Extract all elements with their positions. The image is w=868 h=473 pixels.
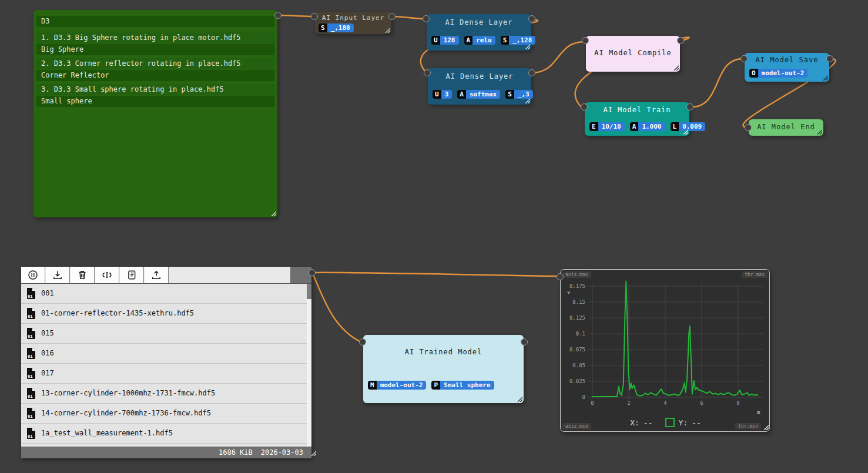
node-title: AI Model Train <box>585 106 689 114</box>
delete-button[interactable] <box>71 267 95 283</box>
binary-file-icon: 01 <box>26 287 36 300</box>
selected-file-size: 1686 KiB <box>219 448 253 457</box>
resize-handle-icon[interactable] <box>673 65 679 71</box>
dataset-file-2[interactable]: 2. D3.3 Corner reflector rotating in pla… <box>36 58 274 69</box>
output-port[interactable] <box>521 338 528 345</box>
chart-legend: X: -- Y: -- <box>561 418 770 427</box>
scrollbar-thumb[interactable] <box>307 299 311 447</box>
output-port[interactable] <box>677 37 684 44</box>
wire-train-to-save <box>692 59 743 107</box>
svg-text:01: 01 <box>28 294 32 299</box>
legend-x-value: -- <box>644 418 653 427</box>
input-port[interactable] <box>359 338 366 345</box>
file-row[interactable]: 01015 <box>21 324 311 344</box>
y-axis-unit-label: v <box>567 289 570 295</box>
shape-badge: S_,128 <box>501 36 536 45</box>
file-row[interactable]: 0101-corner-reflector-1435-xethru.hdf5 <box>21 304 311 324</box>
binary-file-icon: 01 <box>26 407 36 420</box>
file-list-scrollbar[interactable] <box>307 284 311 447</box>
input-port[interactable] <box>745 124 752 131</box>
output-port[interactable] <box>686 103 693 110</box>
upload-button[interactable] <box>145 267 169 283</box>
resize-handle-icon[interactable] <box>524 98 530 103</box>
dataset-label-2: Corner Reflector <box>36 70 274 81</box>
metadata-button[interactable] <box>120 267 144 283</box>
resize-handle-icon[interactable] <box>517 396 522 402</box>
resize-handle-icon[interactable] <box>682 129 688 135</box>
node-title: AI Model Compile <box>586 36 680 70</box>
download-button[interactable] <box>46 267 70 283</box>
output-port[interactable] <box>388 13 396 20</box>
file-row[interactable]: 01016 <box>21 344 311 364</box>
output-port[interactable] <box>826 55 833 62</box>
resize-handle-icon[interactable] <box>524 43 530 49</box>
dataset-file-3[interactable]: 3. D3.3 Small sphere rotating in place.h… <box>36 84 274 95</box>
node-ai-model-compile[interactable]: AI Model Compile <box>586 36 680 72</box>
y-tick: 0.125 <box>562 315 585 321</box>
binary-file-icon: 01 <box>26 347 36 360</box>
file-list[interactable]: 01001 0101-corner-reflector-1435-xethru.… <box>21 284 311 447</box>
node-ai-input-layer[interactable]: AI Input Layer S_,180 <box>315 12 391 34</box>
node-title: AI Input Layer <box>315 14 391 22</box>
legend-y-value: -- <box>692 418 701 427</box>
flow-editor-canvas[interactable]: D3 1. D3.3 Big Sphere rotating in place … <box>0 0 868 473</box>
chart-input-port[interactable] <box>557 273 564 280</box>
dataset-panel[interactable]: D3 1. D3.3 Big Sphere rotating in place … <box>33 10 277 217</box>
units-badge: U3 <box>433 90 452 99</box>
input-port[interactable] <box>311 13 318 20</box>
files-output-port[interactable] <box>309 269 316 276</box>
node-title: AI Dense Layer <box>427 18 531 26</box>
dataset-file-1[interactable]: 1. D3.3 Big Sphere rotating in place mot… <box>36 32 274 43</box>
pause-icon <box>28 270 38 280</box>
binary-file-icon: 01 <box>26 367 36 380</box>
resize-handle-icon[interactable] <box>310 450 316 456</box>
file-row[interactable]: 0113-corner-cylinder-1000mhz-1731-fmcw.h… <box>21 384 311 404</box>
input-port[interactable] <box>423 15 430 22</box>
file-browser-panel[interactable]: 01001 0101-corner-reflector-1435-xethru.… <box>21 267 311 458</box>
resize-handle-icon[interactable] <box>822 75 828 80</box>
resize-handle-icon[interactable] <box>816 129 822 135</box>
wire-files-to-chart <box>312 273 559 276</box>
node-ai-model-save[interactable]: AI Model Save Omodel-out-2 <box>745 53 829 82</box>
axis-max-chip: axis.max <box>562 271 591 278</box>
rename-button[interactable] <box>95 267 119 283</box>
file-toolbar <box>21 267 311 284</box>
input-port[interactable] <box>740 55 748 62</box>
output-port[interactable] <box>528 15 535 22</box>
resize-handle-icon[interactable] <box>270 210 276 216</box>
output-port[interactable] <box>528 69 535 76</box>
node-ai-dense-layer-2[interactable]: AI Dense Layer U3 Asoftmax S_,3 <box>428 68 531 105</box>
signal-chart-panel[interactable]: axis.max thr.max axis.min thr.min 0.175 … <box>560 269 770 432</box>
journal-text-icon <box>126 270 137 280</box>
pause-button[interactable] <box>21 267 45 283</box>
line-chart <box>561 270 769 431</box>
model-badge: Mmodel-out-2 <box>368 381 426 390</box>
node-title: AI Dense Layer <box>428 72 531 80</box>
y-tick: 0.1 <box>562 331 585 337</box>
resize-handle-icon[interactable] <box>384 27 390 33</box>
legend-x-label: X: <box>630 418 639 427</box>
x-tick: 0 <box>587 400 598 406</box>
file-row[interactable]: 0114-corner-cylinder-700mhz-1736-fmcw.hd… <box>21 404 311 424</box>
svg-text:01: 01 <box>28 314 32 319</box>
binary-file-icon: 01 <box>26 387 36 400</box>
file-row[interactable]: 011a_test_wall_measurement-1.hdf5 <box>21 424 311 444</box>
input-port[interactable] <box>581 103 588 110</box>
node-ai-trained-model[interactable]: AI Trained Model Mmodel-out-2 PSmall sph… <box>363 335 524 403</box>
x-tick: 8 <box>732 400 744 406</box>
input-port[interactable] <box>424 69 431 76</box>
file-row[interactable]: 01001 <box>21 284 311 304</box>
series-toggle-checkbox[interactable] <box>665 418 675 427</box>
node-ai-model-train[interactable]: AI Model Train E10/10 A1.000 L0.009 <box>585 102 689 136</box>
y-tick: 0.025 <box>562 378 585 384</box>
wire-files-to-trained <box>312 273 361 342</box>
dataset-output-port[interactable] <box>274 12 281 19</box>
wire-dense2-to-compile <box>531 42 585 73</box>
resize-handle-icon[interactable] <box>763 424 769 430</box>
node-ai-dense-layer-1[interactable]: AI Dense Layer U128 Arelu S_,128 <box>427 14 531 51</box>
file-row[interactable]: 01017 <box>21 364 311 384</box>
node-ai-model-end[interactable]: AI Model End <box>749 119 823 136</box>
x-tick: 4 <box>659 400 671 406</box>
selected-file-date: 2026-03-03 <box>261 448 303 457</box>
input-port[interactable] <box>582 37 589 44</box>
